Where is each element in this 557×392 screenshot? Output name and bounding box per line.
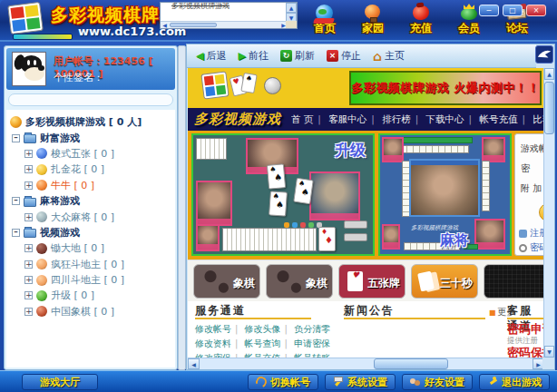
playing-card [318, 227, 336, 251]
link-modify-profile[interactable]: 修改资料 [195, 338, 241, 348]
member-bag-icon [458, 5, 480, 23]
tree-item-popular-mahjong[interactable]: 大众麻将 [ 0 ] [10, 209, 175, 224]
expand-icon[interactable] [24, 260, 33, 269]
switch-account-button[interactable]: 切换帐号 [248, 374, 318, 390]
find-password-link[interactable]: 密码查询 [519, 241, 544, 254]
close-button[interactable]: × [526, 5, 546, 16]
service-links-row: 修改帐号 修改头像 负分清零 [195, 323, 337, 336]
scroll-down-icon[interactable]: ▼ [544, 346, 554, 358]
refresh-button[interactable]: ↻ 刷新 [280, 49, 315, 63]
nav-recharge-button[interactable]: 充值 [403, 5, 439, 36]
back-arrow-icon: ◀ [196, 50, 203, 62]
browser-panel: ◀ 后退 ▶ 前往 ↻ 刷新 × 停止 ⌂ 主页 [186, 44, 555, 370]
left-sidebar: 用户帐号：123456 [ 100001 ] 个性签名： 多彩视频棋牌游戏 [ … [4, 45, 178, 370]
game-icon [36, 148, 47, 159]
announcement-hscrollbar[interactable]: ◀ ▶ [161, 21, 288, 28]
tree-root-lobby[interactable]: 多彩视频棋牌游戏 [ 0 人] [10, 114, 175, 130]
home-globe-icon [314, 5, 336, 23]
exit-game-button[interactable]: 退出游戏 [479, 374, 550, 390]
friends-settings-button[interactable]: 好友设置 [402, 374, 473, 390]
magnifier-icon [519, 244, 527, 252]
site-link-recharge[interactable]: 帐号充值 [479, 113, 530, 124]
signature-display-box [8, 93, 173, 106]
nav-homeland-button[interactable]: 家园 [355, 5, 391, 36]
tree-item-zhajinhua[interactable]: 扎金花 [ 0 ] [10, 162, 175, 177]
game-lobby-button[interactable]: 游戏大厅 [22, 374, 98, 390]
collapse-icon[interactable] [12, 197, 20, 205]
scroll-left-icon[interactable]: ◀ [161, 22, 169, 28]
game-icon [36, 290, 47, 301]
password-field-label: 密 码 [521, 162, 544, 175]
tree-item-niuniu[interactable]: 牛牛 [ 0 ] [10, 178, 175, 193]
vscroll-thumb[interactable] [544, 82, 554, 134]
site-link-download[interactable]: 下载中心 [426, 113, 477, 124]
link-modify-avatar[interactable]: 修改头像 [245, 324, 291, 334]
video-feed [196, 224, 220, 251]
nav-home-button[interactable]: 首页 [307, 5, 343, 36]
tree-item-shengji[interactable]: 升级 [ 0 ] [10, 288, 175, 303]
shengji-game-screenshot: 升级 [191, 133, 375, 256]
collapse-icon[interactable] [12, 229, 20, 237]
chess-banner[interactable]: 象棋 [266, 264, 333, 299]
screenshots-band: 升级 [188, 131, 544, 260]
back-button[interactable]: ◀ 后退 [196, 49, 226, 63]
service-channel-title: 服务通道 [195, 303, 246, 318]
five-card-banner[interactable]: 五张牌 [338, 264, 406, 299]
hscroll-thumb[interactable] [170, 23, 217, 27]
maximize-button[interactable]: □ [503, 5, 523, 16]
horizontal-scrollbar[interactable]: ◀ ▶ [188, 358, 544, 369]
friends-settings-icon [410, 377, 421, 387]
tree-group-mahjong-games[interactable]: 麻将游戏 [10, 193, 175, 209]
tree-item-sichuan-doudizhu[interactable]: 四川斗地主 [ 0 ] [10, 272, 175, 288]
collapse-icon[interactable] [12, 134, 20, 142]
site-logo: 多彩视频游戏 [194, 111, 281, 128]
home-house-icon: ⌂ [373, 49, 382, 64]
link-account-query[interactable]: 帐号查询 [245, 338, 291, 348]
tree-group-video-games[interactable]: 视频游戏 [10, 225, 175, 240]
scroll-up-icon[interactable]: ▲ [286, 3, 297, 13]
expand-icon[interactable] [24, 308, 33, 316]
game-icon [36, 211, 47, 222]
expand-icon[interactable] [24, 213, 33, 221]
hscroll-thumb[interactable] [374, 358, 448, 369]
link-clear-negative[interactable]: 负分清零 [294, 324, 337, 334]
stop-button[interactable]: × 停止 [327, 49, 361, 63]
system-settings-button[interactable]: 系统设置 [325, 374, 396, 390]
expand-icon[interactable] [24, 165, 33, 173]
expand-icon[interactable] [24, 291, 33, 299]
site-nav-links: 首 页 客服中心 排行榜 下载中心 帐号充值 比赛中心 体验 [291, 113, 544, 126]
vertical-scrollbar[interactable]: ▲ ▼ [543, 68, 554, 358]
thirty-seconds-banner[interactable]: 三十秒 [411, 264, 478, 299]
panel-splitter[interactable] [178, 45, 186, 370]
expand-icon[interactable] [24, 150, 33, 158]
game-tree: 多彩视频棋牌游戏 [ 0 人] 财富游戏 梭式五张 [ 0 ] 扎金花 [ 0 … [6, 110, 175, 368]
scroll-up-icon[interactable]: ▲ [544, 68, 554, 80]
support-item[interactable]: 密码保护 [507, 345, 544, 358]
chess-banner[interactable]: 象棋 [193, 264, 260, 299]
expand-icon[interactable] [24, 276, 33, 284]
site-link-support[interactable]: 客服中心 [328, 113, 379, 124]
game-button [344, 233, 367, 241]
title-bar: 多彩视频棋牌游戏 www.dc173.com 多彩视频棋牌游戏 ▲ ▼ ◀ ▶ … [0, 0, 557, 42]
register-link[interactable]: 注册新帐号 [519, 227, 544, 240]
expand-icon[interactable] [24, 244, 33, 252]
tree-group-wealth-games[interactable]: 财富游戏 [10, 130, 175, 145]
blank-banner[interactable] [484, 264, 544, 299]
tree-item-crazy-doudizhu[interactable]: 疯狂斗地主 [ 0 ] [10, 257, 175, 272]
minimize-button[interactable]: ─ [479, 5, 499, 16]
forward-button[interactable]: ▶ 前往 [238, 49, 268, 63]
tree-item-five-card-stud[interactable]: 梭式五张 [ 0 ] [10, 146, 175, 162]
user-signature-label: 个性签名： [54, 71, 103, 84]
scroll-left-icon[interactable]: ◀ [188, 358, 200, 369]
browser-toolbar: ◀ 后退 ▶ 前往 ↻ 刷新 × 停止 ⌂ 主页 [187, 44, 536, 68]
tree-item-chudadi[interactable]: 锄大地 [ 0 ] [10, 240, 175, 256]
site-link-home[interactable]: 首 页 [291, 113, 326, 124]
tree-item-chinese-chess[interactable]: 中国象棋 [ 0 ] [10, 304, 175, 319]
panel-toggle-button[interactable] [535, 45, 553, 64]
site-link-ranking[interactable]: 排行榜 [382, 113, 423, 124]
expand-icon[interactable] [24, 181, 33, 190]
link-apply-protection[interactable]: 申请密保 [294, 338, 337, 348]
home-button[interactable]: ⌂ 主页 [373, 49, 405, 64]
promo-banner[interactable]: 多彩视频棋牌游戏 火爆内测中！！ [349, 71, 542, 105]
link-modify-account[interactable]: 修改帐号 [195, 324, 241, 334]
